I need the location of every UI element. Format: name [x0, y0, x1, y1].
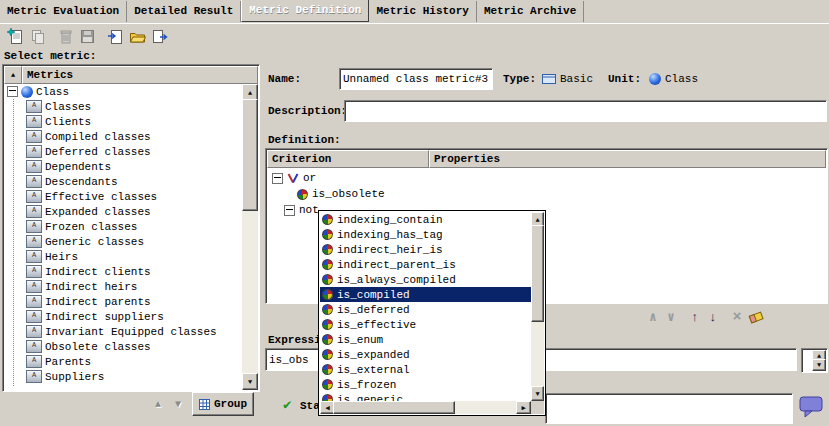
- scrollbar-thumb[interactable]: [242, 99, 258, 211]
- tab[interactable]: Metric Evaluation: [0, 1, 127, 22]
- properties-column-header[interactable]: Properties: [429, 150, 826, 168]
- criterion-row-is-obsolete[interactable]: is_obsolete: [267, 186, 826, 202]
- dropdown-item[interactable]: is_deferred: [320, 302, 531, 317]
- class-unit-icon: [649, 73, 661, 85]
- dropdown-item[interactable]: is_effective: [320, 317, 531, 332]
- criterion-label: not: [299, 204, 319, 216]
- scrollbar-thumb[interactable]: [531, 225, 544, 322]
- dropdown-item[interactable]: indirect_parent_is: [320, 257, 531, 272]
- metric-icon: [26, 115, 42, 128]
- save-metric-icon[interactable]: [76, 26, 98, 48]
- dropdown-item[interactable]: is_always_compiled: [320, 272, 531, 287]
- move-metric-up-icon[interactable]: [150, 396, 166, 412]
- dropdown-item[interactable]: is_generic: [320, 392, 531, 401]
- dropdown-item[interactable]: indexing_has_tag: [320, 227, 531, 242]
- list-item-label: Parents: [45, 356, 91, 368]
- description-label: Description:: [268, 105, 347, 117]
- collapse-icon[interactable]: [272, 173, 283, 184]
- dropdown-item-label: indirect_heir_is: [337, 244, 443, 256]
- list-item[interactable]: Descendants: [4, 174, 242, 189]
- dropdown-item[interactable]: indexing_contain: [320, 212, 531, 227]
- metric-icon: [26, 235, 42, 248]
- collapse-icon[interactable]: [284, 205, 295, 216]
- angle-down-icon[interactable]: ∨: [663, 309, 679, 325]
- criterion-icon: [322, 334, 333, 345]
- metric-icon: [26, 325, 42, 338]
- list-item-label: Indirect clients: [45, 266, 151, 278]
- list-item[interactable]: Indirect heirs: [4, 279, 242, 294]
- list-item-label: Frozen classes: [45, 221, 137, 233]
- metrics-column-header[interactable]: Metrics: [22, 66, 258, 84]
- name-input[interactable]: [339, 68, 493, 90]
- name-label: Name:: [268, 73, 301, 85]
- tree-root-class[interactable]: Class: [4, 84, 242, 99]
- scrollbar-thumb[interactable]: [333, 401, 455, 414]
- tab[interactable]: Detailed Result: [127, 1, 241, 22]
- collapse-icon[interactable]: [7, 86, 18, 97]
- metric-icon: [26, 310, 42, 323]
- tab[interactable]: Metric History: [369, 1, 476, 22]
- list-item-label: Suppliers: [45, 371, 104, 383]
- dropdown-item-label: is_expanded: [337, 349, 410, 361]
- duplicate-metric-icon[interactable]: [26, 26, 48, 48]
- dropdown-item[interactable]: is_enum: [320, 332, 531, 347]
- list-item-label: Heirs: [45, 251, 78, 263]
- dropdown-vscrollbar: [531, 212, 544, 401]
- move-down-icon[interactable]: ↓: [705, 309, 721, 325]
- metric-list: Metrics Class Classes Clients Compiled c…: [2, 64, 260, 392]
- definition-label: Definition:: [268, 134, 341, 146]
- description-input[interactable]: [344, 100, 827, 122]
- open-metrics-icon[interactable]: [126, 26, 148, 48]
- criterion-icon: [322, 304, 333, 315]
- dropdown-item[interactable]: indirect_heir_is: [320, 242, 531, 257]
- dropdown-item[interactable]: is_external: [320, 362, 531, 377]
- list-item[interactable]: Obsolete classes: [4, 339, 242, 354]
- criterion-column-header[interactable]: Criterion: [267, 150, 429, 168]
- list-item[interactable]: Parents: [4, 354, 242, 369]
- list-item[interactable]: Invariant Equipped classes: [4, 324, 242, 339]
- dropdown-item[interactable]: is_expanded: [320, 347, 531, 362]
- list-item[interactable]: Generic classes: [4, 234, 242, 249]
- list-item[interactable]: Clients: [4, 114, 242, 129]
- move-up-icon[interactable]: ↑: [687, 309, 703, 325]
- list-item[interactable]: Classes: [4, 99, 242, 114]
- list-item[interactable]: Indirect suppliers: [4, 309, 242, 324]
- scroll-right-icon[interactable]: [516, 401, 531, 414]
- dropdown-item[interactable]: is_frozen: [320, 377, 531, 392]
- dropdown-item-label: is_compiled: [337, 289, 410, 301]
- list-item[interactable]: Frozen classes: [4, 219, 242, 234]
- list-item[interactable]: Deferred classes: [4, 144, 242, 159]
- list-item-label: Indirect suppliers: [45, 311, 164, 323]
- list-item[interactable]: Expanded classes: [4, 204, 242, 219]
- scrollbar-corner: [531, 401, 544, 414]
- list-item[interactable]: Suppliers: [4, 369, 242, 384]
- scroll-down-icon[interactable]: [242, 373, 258, 390]
- dropdown-item-label: indexing_has_tag: [337, 229, 443, 241]
- tab[interactable]: Metric Archive: [477, 1, 584, 22]
- angle-up-icon[interactable]: ∧: [645, 309, 661, 325]
- list-item[interactable]: Compiled classes: [4, 129, 242, 144]
- list-item[interactable]: Indirect parents: [4, 294, 242, 309]
- group-button[interactable]: Group: [192, 392, 254, 416]
- list-item[interactable]: Dependents: [4, 159, 242, 174]
- metric-tree-items: Classes Clients Compiled classes Deferre…: [4, 99, 242, 384]
- list-item[interactable]: Effective classes: [4, 189, 242, 204]
- move-metric-down-icon[interactable]: [170, 396, 186, 412]
- new-metric-icon[interactable]: [4, 26, 26, 48]
- tab[interactable]: Metric Definition: [241, 0, 369, 22]
- erase-definition-icon[interactable]: [747, 309, 765, 325]
- criterion-icon: [297, 189, 308, 200]
- list-item[interactable]: Heirs: [4, 249, 242, 264]
- criterion-row-or[interactable]: or: [267, 170, 826, 186]
- delete-metric-icon[interactable]: [54, 26, 76, 48]
- scroll-down-icon[interactable]: [531, 386, 544, 401]
- delete-criterion-icon[interactable]: [729, 309, 745, 325]
- comment-bubble-icon[interactable]: [799, 396, 824, 418]
- dropdown-item[interactable]: is_compiled: [320, 287, 531, 302]
- status-ok-icon: [283, 396, 291, 413]
- import-metrics-icon[interactable]: [104, 26, 126, 48]
- scroll-down-icon[interactable]: [812, 359, 826, 371]
- sort-ascending-icon[interactable]: [4, 66, 22, 84]
- list-item[interactable]: Indirect clients: [4, 264, 242, 279]
- export-metrics-icon[interactable]: [148, 26, 170, 48]
